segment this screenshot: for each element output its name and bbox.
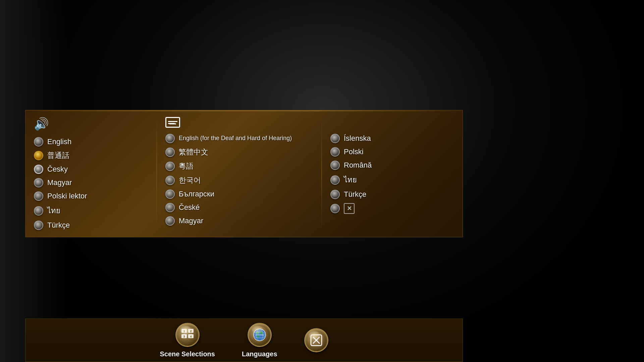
scene-selections-icon-circle[interactable]: 1 2 3 4 <box>175 323 200 347</box>
cc-icon <box>165 117 180 128</box>
extra-sub-label-turkce: Türkçe <box>344 190 366 199</box>
radio-islenska-sub[interactable] <box>330 134 340 143</box>
speaker-icon: 🔊 <box>34 117 49 131</box>
sub-label-cantonese: 粵語 <box>179 161 194 171</box>
radio-turkce-sub[interactable] <box>330 190 340 199</box>
sub-label-english-deaf: English (for the Deaf and Hard of Hearin… <box>179 135 292 142</box>
svg-text:4: 4 <box>190 335 192 338</box>
cc-line <box>168 123 175 124</box>
audio-language-item[interactable]: Polski lektor <box>34 191 148 201</box>
sub-label-ceske: České <box>179 203 200 212</box>
audio-language-item[interactable]: Česky <box>34 165 148 174</box>
subtitle-language-item[interactable]: English (for the Deaf and Hard of Hearin… <box>165 134 313 143</box>
extra-sub-label-polski: Polski <box>344 147 364 156</box>
radio-mandarin-audio[interactable] <box>34 151 43 160</box>
svg-text:1: 1 <box>183 329 185 333</box>
radio-polski-sub[interactable] <box>330 147 340 157</box>
audio-label-magyar: Magyar <box>47 178 72 187</box>
extra-subtitle-language-item[interactable]: Íslenska <box>330 134 454 143</box>
radio-subtitles-off[interactable] <box>330 204 340 213</box>
radio-bulgarian-sub[interactable] <box>165 189 175 199</box>
radio-czech-audio[interactable] <box>34 165 43 174</box>
audio-language-item[interactable]: English <box>34 137 148 146</box>
audio-label-czech: Česky <box>47 165 68 174</box>
audio-language-item[interactable]: 普通話 <box>34 150 148 161</box>
globe-icon-svg <box>252 327 267 342</box>
subtitle-language-item[interactable]: Magyar <box>165 216 313 226</box>
subtitles-section-icon <box>165 117 313 128</box>
radio-polski-lektor-audio[interactable] <box>34 191 43 201</box>
subtitle-language-item[interactable]: České <box>165 203 313 212</box>
audio-section-icon: 🔊 <box>34 117 148 131</box>
audio-label-thai: ไทย <box>47 205 60 217</box>
svg-text:2: 2 <box>190 329 192 333</box>
scene-selections-label: Scene Selections <box>160 350 215 358</box>
close-icon-circle[interactable] <box>304 328 328 352</box>
languages-label: Languages <box>242 350 277 358</box>
cc-line <box>168 121 177 122</box>
subtitle-language-item[interactable]: 繁體中文 <box>165 147 313 157</box>
extra-sub-label-islenska: Íslenska <box>344 134 371 143</box>
close-icon-svg <box>309 333 324 348</box>
bottom-nav-bar: 1 2 3 4 Scene Selections <box>25 318 463 362</box>
radio-trad-chinese-sub[interactable] <box>165 147 175 157</box>
radio-english-audio[interactable] <box>34 137 43 146</box>
subtitles-off-icon: ✕ <box>344 203 355 214</box>
sub-label-korean: 한국어 <box>179 175 201 185</box>
audio-column: 🔊 English 普通話 Česky Magyar <box>25 110 156 237</box>
extra-sub-label-thai: ไทย <box>344 174 357 186</box>
radio-cantonese-sub[interactable] <box>165 162 175 171</box>
radio-thai-audio[interactable] <box>34 206 43 216</box>
radio-turkce-audio[interactable] <box>34 221 43 230</box>
audio-language-item[interactable]: Türkçe <box>34 221 148 230</box>
extra-subtitle-language-item[interactable]: Türkçe <box>330 190 454 199</box>
radio-magyar-sub[interactable] <box>165 216 175 226</box>
radio-ceske-sub[interactable] <box>165 203 175 212</box>
extra-subtitle-language-item[interactable]: Polski <box>330 147 454 157</box>
subtitle-language-item[interactable]: 한국어 <box>165 175 313 185</box>
audio-language-item[interactable]: Magyar <box>34 178 148 187</box>
svg-rect-0 <box>181 329 187 333</box>
svg-point-14 <box>256 331 260 334</box>
main-panel: 🔊 English 普通話 Česky Magyar <box>25 110 463 237</box>
scene-selections-nav-item[interactable]: 1 2 3 4 Scene Selections <box>160 323 215 358</box>
languages-nav-item[interactable]: Languages <box>242 323 277 358</box>
audio-label-turkce: Türkçe <box>47 221 70 230</box>
extra-subtitle-language-item[interactable]: ไทย <box>330 174 454 186</box>
extra-column-spacer <box>330 117 454 128</box>
sub-label-bulgarian: Български <box>179 190 214 198</box>
cc-icon-lines <box>167 120 179 125</box>
radio-magyar-audio[interactable] <box>34 178 43 187</box>
scene-selections-icon-svg: 1 2 3 4 <box>180 327 195 342</box>
radio-english-deaf-sub[interactable] <box>165 134 175 143</box>
radio-thai-sub[interactable] <box>330 175 340 185</box>
audio-label-mandarin: 普通話 <box>47 150 69 161</box>
svg-text:3: 3 <box>183 335 185 338</box>
radio-korean-sub[interactable] <box>165 176 175 185</box>
subtitles-column: English (for the Deaf and Hard of Hearin… <box>157 110 321 237</box>
audio-label-polski-lektor: Polski lektor <box>47 192 87 200</box>
sub-label-magyar: Magyar <box>179 217 203 225</box>
audio-label-english: English <box>47 137 71 146</box>
subtitle-language-item[interactable]: Български <box>165 189 313 199</box>
languages-icon-circle[interactable] <box>248 323 272 347</box>
sub-label-trad-chinese: 繁體中文 <box>179 147 208 157</box>
extra-subtitle-language-item[interactable]: Română <box>330 161 454 170</box>
radio-romana-sub[interactable] <box>330 161 340 170</box>
extra-sub-label-romana: Română <box>344 161 372 170</box>
extra-subtitles-column: Íslenska Polski Română ไทย Türkçe <box>322 110 463 237</box>
close-nav-item[interactable] <box>304 328 328 352</box>
panel-content: 🔊 English 普通話 Česky Magyar <box>25 110 463 237</box>
extra-subtitle-off-item[interactable]: ✕ <box>330 203 454 214</box>
subtitle-language-item[interactable]: 粵語 <box>165 161 313 171</box>
audio-language-item[interactable]: ไทย <box>34 205 148 217</box>
